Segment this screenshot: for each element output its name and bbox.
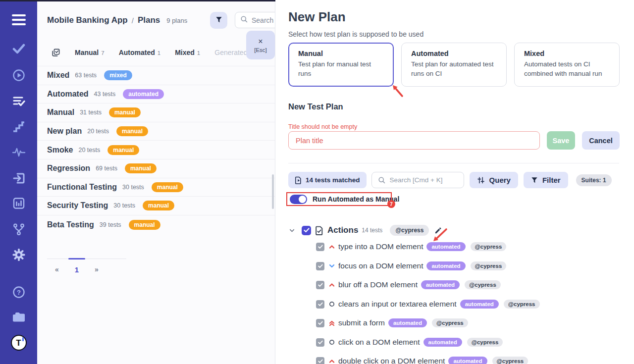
scrollbar-thumb[interactable]: [272, 174, 274, 209]
close-panel-button[interactable]: × [Esc]: [246, 31, 275, 59]
pagination-next[interactable]: »: [87, 265, 106, 274]
tests-check-icon[interactable]: [12, 43, 25, 54]
branches-icon[interactable]: [12, 223, 25, 236]
plans-search-input[interactable]: [252, 16, 275, 24]
analytics-chart-icon[interactable]: [12, 197, 25, 209]
page-subtitle: Select how test plan is supposed to be u…: [288, 30, 423, 38]
priority-highest-icon: [328, 319, 335, 327]
milestones-steps-icon[interactable]: [12, 121, 25, 133]
test-checkbox[interactable]: [316, 319, 324, 327]
test-row[interactable]: blur off a DOM element automated @cypres…: [316, 279, 501, 290]
plan-badge: manual: [116, 126, 148, 136]
divider: [288, 163, 619, 163]
tab-mixed[interactable]: Mixed1: [175, 49, 200, 56]
test-row[interactable]: double click on a DOM element automated …: [316, 356, 528, 364]
automated-badge: automated: [460, 300, 499, 309]
esc-hint: [Esc]: [254, 47, 267, 53]
window-top-edge: [0, 0, 275, 1]
app-window: ? T Mobile Banking App / Plans 9 plans ×…: [0, 0, 634, 364]
plan-row-functional-testing[interactable]: Functional Testing30 testsmanual: [37, 178, 275, 197]
test-checkbox[interactable]: [316, 262, 324, 270]
tests-search[interactable]: [371, 172, 464, 188]
settings-gear-icon[interactable]: [12, 248, 25, 261]
logo-icon: T: [11, 335, 27, 351]
validation-error: Title should not be empty: [288, 123, 357, 130]
plan-badge: manual: [129, 220, 160, 230]
tests-search-input[interactable]: [390, 176, 459, 184]
projects-folder-icon[interactable]: [12, 311, 26, 323]
test-checkbox[interactable]: [316, 281, 324, 289]
plans-filter-button[interactable]: [210, 12, 227, 29]
plan-badge: mixed: [104, 70, 132, 80]
run-automated-as-manual-toggle[interactable]: [290, 195, 307, 204]
plan-badge: manual: [152, 182, 183, 192]
test-checkbox[interactable]: [316, 338, 324, 347]
plan-row-security-testing[interactable]: Security Testing30 testsmanual: [37, 197, 275, 215]
plan-badge: automated: [123, 89, 164, 99]
runs-play-icon[interactable]: [12, 69, 25, 82]
sliders-icon: [477, 176, 485, 184]
plan-title-input[interactable]: [288, 131, 540, 150]
automated-badge: automated: [426, 242, 465, 251]
breadcrumb-project[interactable]: Mobile Banking App: [47, 15, 128, 25]
suites-count-badge: Suites: 1: [576, 174, 612, 186]
help-icon[interactable]: ?: [12, 286, 25, 299]
priority-low-icon: [328, 262, 335, 269]
plans-count: 9 plans: [166, 17, 187, 24]
test-checkbox[interactable]: [316, 243, 324, 251]
pagination-prev[interactable]: «: [47, 265, 67, 274]
cancel-button[interactable]: Cancel: [582, 131, 620, 150]
suite-checkbox[interactable]: [302, 226, 311, 235]
save-button[interactable]: Save: [547, 131, 575, 150]
plan-type-card-automated[interactable]: Automated Test plan for automated test r…: [401, 43, 507, 87]
funnel-icon: [531, 177, 538, 184]
plan-row-mixed[interactable]: Mixed63 testsmixed: [37, 66, 275, 85]
plan-row-beta-testing[interactable]: Beta Testing39 testsmanual: [37, 215, 275, 234]
plan-badge: manual: [125, 163, 157, 173]
plans-panel: Mobile Banking App / Plans 9 plans × [Es…: [37, 0, 275, 364]
plan-row-smoke[interactable]: Smoke20 testsmanual: [37, 141, 275, 159]
edit-pencil-icon[interactable]: [434, 227, 442, 234]
plan-type-card-manual[interactable]: Manual Test plan for manual test runs: [288, 43, 394, 87]
test-row[interactable]: click on a DOM element automated @cypres…: [316, 337, 503, 348]
test-checkbox[interactable]: [316, 300, 324, 309]
annotation-number-badge: 7: [387, 200, 395, 208]
plan-row-manual[interactable]: Manual31 testsmanual: [37, 104, 275, 122]
query-button[interactable]: Query: [470, 172, 518, 188]
select-plans-icon[interactable]: [51, 48, 60, 57]
tab-manual[interactable]: Manual7: [75, 49, 105, 56]
tab-automated[interactable]: Automated1: [119, 49, 161, 56]
suite-name[interactable]: Actions: [327, 225, 358, 235]
plans-list-check-icon[interactable]: [12, 95, 25, 107]
test-checkbox[interactable]: [316, 357, 324, 364]
tests-matched-button[interactable]: 14 tests matched: [288, 172, 367, 188]
pagination-page-1[interactable]: 1: [67, 265, 87, 274]
plans-search[interactable]: [235, 12, 275, 28]
plan-list: Mixed63 testsmixed Automated43 testsauto…: [37, 66, 275, 234]
toggle-annotation-box: Run Automated as Manual: [286, 192, 392, 206]
plan-type-cards: Manual Test plan for manual test runs Au…: [288, 43, 620, 87]
filter-button[interactable]: Filter: [524, 172, 568, 188]
test-row[interactable]: submit a form automated @cypress: [316, 317, 468, 328]
test-row[interactable]: clears an input or textarea element auto…: [316, 299, 540, 310]
priority-high-icon: [328, 243, 335, 250]
suite-row-actions: Actions 14 tests @cypress: [288, 224, 442, 237]
cypress-tag: @cypress: [467, 338, 503, 347]
plan-row-automated[interactable]: Automated43 testsautomated: [37, 85, 275, 104]
tab-generated[interactable]: Generated: [214, 49, 247, 56]
menu-icon[interactable]: [11, 13, 26, 26]
pulse-activity-icon[interactable]: [12, 147, 26, 157]
automated-badge: automated: [388, 318, 427, 327]
form-heading: New Test Plan: [288, 102, 343, 111]
chevron-down-icon[interactable]: [288, 227, 296, 234]
plan-badge: manual: [143, 201, 174, 210]
automated-badge: automated: [448, 357, 487, 364]
plan-row-regression[interactable]: Regression69 testsmanual: [37, 159, 275, 178]
suite-test-count: 14 tests: [362, 227, 382, 234]
plan-row-new-plan[interactable]: New plan20 testsmanual: [37, 122, 275, 141]
plan-type-card-mixed[interactable]: Mixed Automated tests on CI combined wit…: [514, 43, 620, 87]
sign-in-icon[interactable]: [12, 172, 25, 185]
test-row[interactable]: focus on a DOM element automated @cypres…: [316, 260, 506, 271]
app-logo[interactable]: T: [11, 335, 27, 351]
test-row[interactable]: type into a DOM element automated @cypre…: [316, 241, 506, 252]
